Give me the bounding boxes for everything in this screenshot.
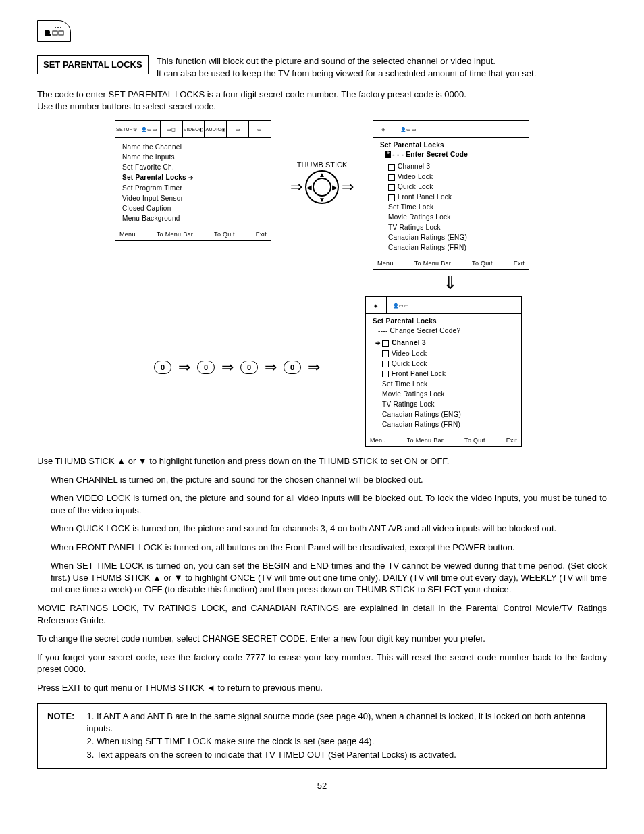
osd3-item: Quick Lock [375, 359, 514, 369]
osd-footer-quit: To Quit [472, 259, 493, 267]
code-para-2: Use the number buttons to select secret … [37, 101, 607, 113]
svg-point-5 [57, 27, 59, 28]
osd-tab-x: ▭◻ [161, 121, 183, 137]
osd2-item: Channel 3 [388, 161, 522, 172]
osd2-sub: *- - - Enter Secret Code [373, 150, 529, 161]
osd2-item: Video Lock [388, 172, 522, 182]
arrow-right-icon: ⇒ [221, 357, 234, 377]
svg-point-6 [60, 27, 61, 28]
osd3-item-selected: ➔Channel 3 [375, 338, 514, 348]
body-p6: When SET TIME LOCK is turned on, you can… [51, 560, 607, 596]
osd-tab-z: ▭ [249, 121, 271, 137]
osd3-item: Canadian Ratings (FRN) [375, 419, 514, 429]
code-para-1: The code to enter SET PARENTAL LOCKS is … [37, 88, 607, 101]
osd3-title: Set Parental Locks [366, 314, 521, 326]
arrow-right-icon: ⇒ [342, 177, 354, 197]
osd-tab-person: 👤▭▭ [387, 297, 415, 313]
osd-footer-tobar: To Menu Bar [407, 436, 444, 444]
osd-footer-menu: Menu [377, 259, 394, 267]
code-entry: 0 ⇒ 0 ⇒ 0 ⇒ 0 ⇒ [122, 296, 352, 377]
osd3-item: Canadian Ratings (ENG) [375, 409, 514, 419]
osd3-item: Video Lock [375, 348, 514, 359]
body-p2: When CHANNEL is turned on, the picture a… [51, 474, 607, 486]
osd-change-code: ◈ 👤▭▭ Set Parental Locks ---- Change Sec… [365, 296, 522, 447]
osd2-item: Quick Lock [388, 182, 522, 192]
osd1-item: Closed Caption [122, 203, 264, 213]
osd2-item: Front Panel Lock [388, 192, 522, 202]
osd1-item: Name the Channel [122, 142, 264, 152]
osd2-item: Movie Ratings Lock [388, 212, 522, 222]
page-number: 52 [37, 780, 607, 792]
osd-footer-quit: To Quit [214, 230, 235, 238]
svg-rect-2 [53, 31, 57, 35]
osd-tab-video: VIDEO◐ [183, 121, 205, 137]
osd2-item: Set Time Lock [388, 202, 522, 212]
osd-footer-menu: Menu [119, 230, 136, 238]
osd-footer-menu: Menu [370, 436, 386, 444]
note-box: NOTE: 1. If ANT A and ANT B are in the s… [37, 703, 607, 769]
osd3-item: Movie Ratings Lock [375, 389, 514, 399]
note-label: NOTE: [47, 710, 74, 762]
osd-tab-person: 👤▭▭ [138, 121, 161, 137]
thumbstick-icon: ▲▼◀▶ [305, 170, 339, 204]
osd3-sub: ---- Change Secret Code? [366, 326, 521, 337]
arrow-right-icon: ⇒ [290, 177, 302, 197]
svg-rect-1 [45, 34, 51, 36]
body-p4: When QUICK LOCK is turned on, the pictur… [51, 523, 607, 535]
note-line-3: 3. Text appears on the screen to indicat… [86, 749, 597, 761]
body-p10: Press EXIT to quit menu or THUMB STICK ◄… [37, 682, 607, 694]
osd3-item: Set Time Lock [375, 379, 514, 389]
body-p1: Use THUMB STICK ▲ or ▼ to highlight func… [37, 455, 607, 467]
osd2-item: TV Ratings Lock [388, 222, 522, 232]
section-title: SET PARENTAL LOCKS [37, 55, 149, 74]
osd-footer-tobar: To Menu Bar [414, 259, 451, 267]
osd-footer-exit: Exit [256, 230, 267, 238]
osd3-item: Front Panel Lock [375, 369, 514, 379]
osd-tab-person: 👤▭▭ [394, 121, 423, 137]
body-p8: To change the secret code number, select… [37, 633, 607, 645]
code-digit-button: 0 [154, 361, 171, 374]
arrow-down-icon: ⇓ [443, 273, 458, 293]
osd2-item: Canadian Ratings (FRN) [388, 242, 522, 253]
osd-footer-exit: Exit [506, 436, 517, 444]
osd1-item: Set Favorite Ch. [122, 162, 264, 172]
arrow-right-icon: ⇒ [308, 357, 320, 377]
osd-main-menu: SETUP⚙ 👤▭▭ ▭◻ VIDEO◐ AUDIO◉ ▭ ▭ Name the… [115, 120, 271, 241]
osd2-title: Set Parental Locks [373, 138, 529, 150]
osd1-item: Menu Background [122, 213, 264, 224]
svg-point-4 [55, 27, 56, 28]
osd-enter-code: ◈ 👤▭▭ Set Parental Locks *- - - Enter Se… [373, 120, 529, 270]
code-digit-button: 0 [284, 361, 301, 374]
svg-rect-3 [59, 31, 63, 35]
note-line-2: 2. When using SET TIME LOCK make sure th… [86, 735, 597, 748]
header-device-icon [37, 20, 71, 42]
note-line-1: 1. If ANT A and ANT B are in the same si… [86, 710, 597, 734]
osd-footer-exit: Exit [514, 259, 525, 267]
osd1-item: Video Input Sensor [122, 193, 264, 203]
code-digit-button: 0 [197, 361, 215, 374]
thumbstick-label: THUMB STICK [297, 161, 348, 169]
svg-point-0 [45, 30, 50, 35]
osd-tab-setup: SETUP⚙ [115, 121, 138, 137]
arrow-right-icon: ⇒ [178, 357, 190, 377]
osd-tab-icon: ◈ [373, 121, 394, 137]
osd-footer-tobar: To Menu Bar [157, 230, 193, 238]
diagram-row-1: SETUP⚙ 👤▭▭ ▭◻ VIDEO◐ AUDIO◉ ▭ ▭ Name the… [37, 120, 607, 270]
osd-tab-y: ▭ [227, 121, 249, 137]
osd3-item: TV Ratings Lock [375, 399, 514, 409]
osd2-item: Canadian Ratings (ENG) [388, 232, 522, 242]
arrow-right-icon: ⇒ [265, 357, 277, 377]
body-p9: If you forget your secret code, use the … [37, 652, 607, 675]
osd-tab-icon: ◈ [366, 297, 387, 313]
body-p3: When VIDEO LOCK is turned on, the pictur… [51, 492, 607, 516]
osd1-item-selected: Set Parental Locks [122, 172, 264, 183]
diagram-row-2: 0 ⇒ 0 ⇒ 0 ⇒ 0 ⇒ ◈ 👤▭▭ Set Parental Locks… [37, 296, 607, 447]
osd1-item: Name the Inputs [122, 152, 264, 162]
body-p7: MOVIE RATINGS LOCK, TV RATINGS LOCK, and… [37, 602, 607, 626]
body-p5: When FRONT PANEL LOCK is turned on, all … [51, 542, 607, 554]
osd-footer-quit: To Quit [464, 436, 485, 444]
code-digit-button: 0 [240, 361, 258, 374]
osd-tab-audio: AUDIO◉ [205, 121, 227, 137]
osd1-item: Set Program Timer [122, 183, 264, 193]
